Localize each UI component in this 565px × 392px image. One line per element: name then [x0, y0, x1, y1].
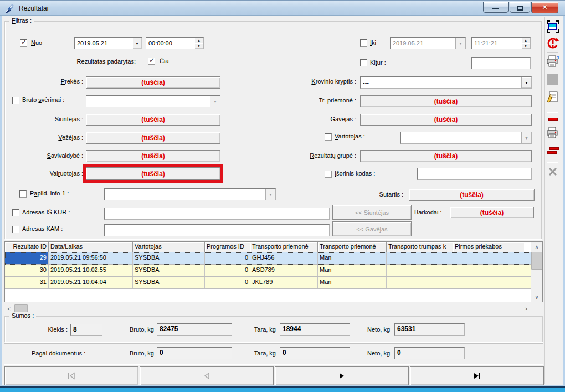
- table-cell[interactable]: Man: [318, 265, 387, 276]
- papild-info1-label: Papild. info-1 :: [30, 190, 69, 197]
- adresas-kam-input[interactable]: [104, 224, 330, 236]
- siuntejas-button[interactable]: (tuščia): [86, 114, 220, 126]
- adresas-is-kur-checkbox[interactable]: [12, 209, 19, 216]
- column-header[interactable]: Programos ID: [205, 242, 250, 252]
- papild-info1-checkbox[interactable]: [19, 190, 27, 198]
- barkodai-button[interactable]: (tuščia): [450, 207, 534, 218]
- scroll-up-icon[interactable]: ∧: [531, 242, 542, 251]
- nuo-checkbox[interactable]: [20, 39, 27, 47]
- vartotojas-checkbox[interactable]: [325, 133, 332, 141]
- table-cell[interactable]: [453, 252, 524, 264]
- minimize-button[interactable]: [483, 2, 508, 13]
- svg-text:1: 1: [557, 55, 559, 60]
- iki-checkbox[interactable]: [360, 39, 367, 47]
- barkodai-label: Barkodai :: [414, 209, 442, 215]
- nuo-date-combobox[interactable]: 2019.05.21 ▼: [74, 37, 142, 49]
- table-cell[interactable]: 0: [205, 252, 250, 264]
- vertical-scrollbar[interactable]: ∧ ∨: [531, 242, 542, 302]
- gray-square-icon: [546, 73, 559, 86]
- cia-label: Čia: [160, 58, 169, 64]
- table-cell[interactable]: 2019.05.21 10:02:55: [49, 265, 133, 276]
- table-cell[interactable]: [387, 277, 453, 288]
- printer-1-icon[interactable]: 1: [546, 55, 559, 68]
- red-minus-icon[interactable]: [546, 115, 559, 123]
- rezultatu-grupe-button[interactable]: (tuščia): [360, 150, 532, 162]
- savivaldybe-button[interactable]: (tuščia): [86, 150, 220, 162]
- table-cell[interactable]: 31: [5, 277, 49, 288]
- table-cell[interactable]: 2019.05.21 10:04:04: [49, 277, 133, 288]
- table-cell[interactable]: SYSDBA: [133, 265, 205, 276]
- iki-time-spinner: 11:21:21 ▲▼: [471, 37, 531, 49]
- scroll-right-icon[interactable]: >: [521, 304, 531, 313]
- bruto-sverimai-checkbox[interactable]: [12, 97, 19, 104]
- nav-last-button[interactable]: [410, 366, 544, 385]
- bruto-sverimai-combobox: ▼: [86, 95, 220, 107]
- nuo-label: Nuo: [31, 39, 42, 46]
- cia-checkbox[interactable]: [148, 58, 155, 65]
- sutartis-label: Sutartis :: [332, 191, 403, 198]
- barkodai-value: (tuščia): [480, 209, 504, 216]
- red-double-bar-icon[interactable]: [546, 144, 559, 157]
- table-cell[interactable]: SYSDBA: [133, 277, 205, 288]
- scrollbar-thumb[interactable]: [531, 252, 542, 270]
- isorinis-kodas-input[interactable]: [417, 168, 532, 180]
- column-header[interactable]: Vartotojas: [133, 242, 205, 252]
- printer-icon[interactable]: [546, 126, 559, 140]
- kitur-input[interactable]: [471, 57, 531, 69]
- table-cell[interactable]: SYSDBA: [133, 252, 205, 264]
- table-row[interactable]: 30 2019.05.21 10:02:55 SYSDBA 0 ASD789 M…: [5, 265, 542, 277]
- document-edit-icon[interactable]: [546, 91, 559, 104]
- table-cell[interactable]: 0: [205, 277, 250, 288]
- table-cell[interactable]: [387, 265, 453, 276]
- isorinis-kodas-checkbox[interactable]: [325, 171, 332, 178]
- sutartis-button[interactable]: (tuščia): [409, 189, 535, 201]
- table-cell[interactable]: JKL789: [250, 277, 318, 288]
- table-cell[interactable]: ASD789: [250, 265, 318, 276]
- table-cell[interactable]: [453, 265, 524, 276]
- chevron-down-icon[interactable]: ▼: [132, 38, 142, 49]
- refresh-warning-icon[interactable]: [546, 37, 559, 50]
- prekes-button[interactable]: (tuščia): [86, 76, 220, 89]
- nav-prev-icon: [203, 372, 210, 380]
- isorinis-kodas-label: Išorinis kodas :: [335, 170, 375, 177]
- fit-selection-icon[interactable]: [546, 20, 559, 33]
- table-cell[interactable]: [387, 252, 453, 264]
- adresas-is-kur-input[interactable]: [104, 208, 330, 220]
- table-cell[interactable]: 0: [205, 265, 250, 276]
- vairuotojas-button[interactable]: (tuščia): [86, 167, 220, 180]
- table-cell[interactable]: 2019.05.21 09:56:50: [49, 252, 133, 264]
- table-cell[interactable]: Man: [318, 252, 387, 264]
- gavejas-button[interactable]: (tuščia): [360, 114, 532, 126]
- table-cell[interactable]: 30: [5, 265, 49, 276]
- horizontal-scrollbar[interactable]: < >: [4, 304, 531, 313]
- spin-down-icon: ▼: [521, 43, 530, 49]
- maximize-button[interactable]: [510, 2, 530, 13]
- chevron-down-icon[interactable]: ▼: [521, 77, 531, 88]
- table-cell-selected[interactable]: 29: [5, 252, 49, 264]
- krovinio-kryptis-value: ---: [361, 79, 521, 86]
- column-header[interactable]: Rezultato ID: [5, 242, 49, 252]
- table-cell[interactable]: [453, 277, 524, 288]
- column-header[interactable]: Data/Laikas: [49, 242, 133, 252]
- nav-next-button[interactable]: [275, 366, 409, 385]
- tr-priemone-button[interactable]: (tuščia): [360, 95, 532, 107]
- vezejas-button[interactable]: (tuščia): [86, 132, 220, 144]
- spin-up-icon[interactable]: ▲: [194, 38, 203, 43]
- kitur-checkbox[interactable]: [360, 59, 367, 66]
- adresas-kam-checkbox[interactable]: [12, 226, 19, 233]
- spin-down-icon[interactable]: ▼: [194, 43, 203, 49]
- scroll-down-icon[interactable]: ∨: [531, 292, 542, 302]
- column-header[interactable]: Pirmos priekabos: [453, 242, 524, 252]
- table-row[interactable]: 29 2019.05.21 09:56:50 SYSDBA 0 GHJ456 M…: [5, 252, 542, 265]
- table-cell[interactable]: Man: [318, 277, 387, 288]
- table-cell[interactable]: GHJ456: [250, 252, 318, 264]
- close-button[interactable]: ✕: [531, 2, 558, 13]
- krovinio-kryptis-combobox[interactable]: --- ▼: [360, 76, 532, 89]
- table-row[interactable]: 31 2019.05.21 10:04:04 SYSDBA 0 JKL789 M…: [5, 277, 542, 289]
- nuo-time-spinner[interactable]: 00:00:00 ▲▼: [146, 37, 204, 49]
- column-header[interactable]: Transporto trumpas k: [387, 242, 453, 252]
- app-window: Rezultatai ✕: [0, 0, 565, 392]
- chevron-down-icon: ▼: [265, 189, 275, 200]
- column-header[interactable]: Transporto priemonė: [318, 242, 387, 252]
- column-header[interactable]: Transporto priemonė: [250, 242, 318, 252]
